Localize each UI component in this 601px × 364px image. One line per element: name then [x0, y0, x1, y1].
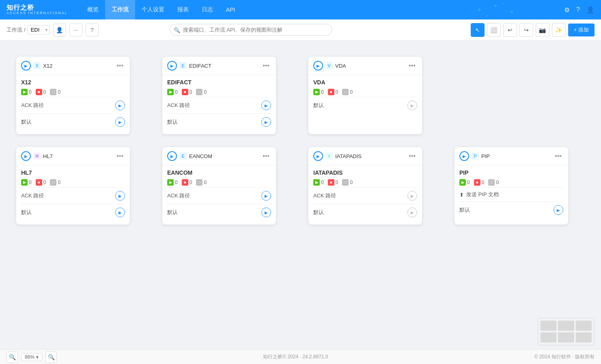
- card-edifact-default-row[interactable]: 默认 ▶: [167, 113, 271, 130]
- card-x12-menu[interactable]: •••: [115, 61, 125, 70]
- card-x12-trigger[interactable]: ▶: [21, 61, 31, 71]
- zoom-out-button[interactable]: 🔍: [6, 351, 18, 363]
- card-iatapadis-title: IATAPADIS: [335, 153, 405, 159]
- card-x12-ack-row[interactable]: ACK 路径 ▶: [21, 97, 125, 113]
- card-hl7-trigger[interactable]: ▶: [21, 151, 31, 161]
- card-pip-menu[interactable]: •••: [553, 152, 563, 161]
- toolbar: 工作流 / EDI 👤 ··· ? 🔍 ↖ ⬜ ↩ ↪ 📷 ✨ + 添加: [0, 19, 601, 41]
- send-pip-icon: ⬆: [459, 192, 464, 198]
- stat-gray-dot: □: [196, 89, 202, 95]
- breadcrumb-root[interactable]: 工作流: [6, 26, 22, 34]
- card-eancom-default-btn[interactable]: ▶: [261, 208, 271, 217]
- nav-item-api[interactable]: API: [220, 0, 242, 19]
- zoom-in-button[interactable]: 🔍: [45, 351, 57, 363]
- card-edifact-ack-row[interactable]: ACK 路径 ▶: [167, 97, 271, 113]
- nav-item-workflow[interactable]: 工作流: [105, 0, 135, 19]
- card-eancom-ack-btn[interactable]: ▶: [261, 191, 271, 201]
- card-x12-default-row[interactable]: 默认 ▶: [21, 113, 125, 130]
- card-hl7-ack-btn[interactable]: ▶: [115, 191, 125, 201]
- card-eancom-ack-row[interactable]: ACK 路径 ▶: [167, 187, 271, 204]
- card-iatapadis-name: IATAPADIS: [313, 169, 417, 176]
- nav-item-logs[interactable]: 日志: [195, 0, 220, 19]
- stat-green: ▶ 0: [459, 179, 470, 186]
- card-iatapadis-menu[interactable]: •••: [407, 152, 417, 161]
- card-hl7-menu[interactable]: •••: [115, 152, 125, 161]
- card-hl7-name: HL7: [21, 169, 125, 176]
- card-edifact-menu[interactable]: •••: [261, 61, 271, 70]
- bottom-left: 🔍 86% ▾ 🔍: [6, 351, 57, 363]
- stat-red: ■ 0: [36, 179, 46, 186]
- card-edifact-default-btn[interactable]: ▶: [261, 117, 271, 127]
- card-hl7-ack-row[interactable]: ACK 路径 ▶: [21, 187, 125, 204]
- card-vda: ▶ V VDA ••• VDA ▶ 0 ■ 0 □: [308, 57, 422, 134]
- nav-item-settings[interactable]: 个人设置: [135, 0, 171, 19]
- card-x12-body: X12 ▶ 0 ■ 0 □ 0 ACK 路径: [16, 75, 130, 134]
- card-iatapadis-ack-btn[interactable]: ▶: [407, 191, 417, 201]
- card-pip-stats: ▶ 0 ■ 0 □ 0: [459, 179, 563, 186]
- stat-green: ▶ 0: [167, 89, 178, 95]
- redo-button[interactable]: ↪: [519, 23, 533, 37]
- card-vda-header: ▶ V VDA •••: [308, 57, 422, 75]
- card-pip-trigger[interactable]: ▶: [459, 151, 469, 161]
- card-eancom-menu[interactable]: •••: [261, 152, 271, 161]
- camera-button[interactable]: 📷: [536, 23, 549, 37]
- card-eancom-trigger[interactable]: ▶: [167, 151, 177, 161]
- card-pip-header: ▶ P PIP •••: [455, 147, 568, 165]
- mini-map: [538, 318, 595, 345]
- search-input[interactable]: [170, 24, 332, 36]
- undo-button[interactable]: ↩: [503, 23, 517, 37]
- card-vda-stats: ▶ 0 ■ 0 □ 0: [313, 89, 417, 95]
- card-eancom-default-row[interactable]: 默认 ▶: [167, 204, 271, 221]
- card-pip-default-row[interactable]: 默认 ▶: [459, 201, 563, 218]
- card-edifact-trigger[interactable]: ▶: [167, 61, 177, 71]
- frame-tool-button[interactable]: ⬜: [487, 23, 501, 37]
- stat-gray-val: 0: [58, 89, 60, 95]
- add-button[interactable]: + 添加: [568, 24, 595, 36]
- card-edifact-ack-btn[interactable]: ▶: [261, 101, 271, 110]
- card-edifact-ack-label: ACK 路径: [167, 102, 190, 109]
- stat-red: ■ 0: [36, 89, 46, 95]
- card-x12: ▶ X X12 ••• X12 ▶ 0 ■ 0 □: [16, 57, 130, 134]
- card-vda-default-row[interactable]: 默认 ▶: [313, 97, 417, 113]
- card-hl7-default-btn[interactable]: ▶: [115, 208, 125, 217]
- card-x12-ack-btn[interactable]: ▶: [115, 101, 125, 110]
- card-iatapadis-icon: I: [325, 152, 333, 160]
- user-icon[interactable]: 👤: [586, 6, 595, 14]
- zoom-dropdown-icon: ▾: [36, 354, 39, 360]
- cursor-tool-button[interactable]: ↖: [471, 23, 485, 37]
- card-iatapadis-ack-row[interactable]: ACK 路径 ▶: [313, 187, 417, 204]
- settings-icon[interactable]: ⚙: [564, 6, 570, 14]
- stat-green-dot: ▶: [459, 179, 466, 186]
- nav-item-overview[interactable]: 概览: [81, 0, 105, 19]
- stat-red-val: 0: [43, 89, 46, 95]
- card-vda-default-btn[interactable]: ▶: [407, 101, 417, 110]
- stat-green-dot: ▶: [167, 89, 174, 95]
- card-vda-trigger[interactable]: ▶: [313, 61, 323, 71]
- more-button[interactable]: ···: [69, 24, 82, 36]
- magic-button[interactable]: ✨: [552, 23, 566, 37]
- card-iatapadis-default-btn[interactable]: ▶: [407, 208, 417, 217]
- card-iatapadis-trigger[interactable]: ▶: [313, 151, 323, 161]
- card-vda-title: VDA: [335, 63, 405, 69]
- card-edifact-title: EDIFACT: [189, 63, 258, 69]
- card-pip-send-row[interactable]: ⬆ 发送 PIP 文档: [459, 187, 563, 201]
- nav-item-reports[interactable]: 报表: [171, 0, 195, 19]
- user-button[interactable]: 👤: [53, 24, 66, 36]
- card-x12-default-btn[interactable]: ▶: [115, 117, 125, 127]
- stat-gray: □ 0: [50, 179, 60, 186]
- card-eancom-body: EANCOM ▶ 0 ■ 0 □ 0 ACK 路径: [162, 165, 276, 225]
- card-hl7-default-row[interactable]: 默认 ▶: [21, 204, 125, 221]
- stat-gray-val: 0: [58, 180, 60, 185]
- card-vda-menu[interactable]: •••: [407, 61, 417, 70]
- zoom-level-display[interactable]: 86% ▾: [21, 353, 42, 361]
- card-pip: ▶ P PIP ••• PIP ▶ 0 ■ 0 □: [455, 147, 568, 225]
- help-icon[interactable]: ?: [576, 6, 580, 13]
- mini-cell-6: [576, 332, 592, 343]
- question-button[interactable]: ?: [86, 24, 99, 36]
- card-pip-default-btn[interactable]: ▶: [554, 205, 563, 215]
- card-x12-name: X12: [21, 79, 125, 86]
- card-iatapadis-default-row[interactable]: 默认 ▶: [313, 204, 417, 221]
- breadcrumb-select[interactable]: EDI: [27, 25, 50, 34]
- stat-red: ■ 0: [182, 179, 192, 186]
- stat-green-val: 0: [175, 89, 178, 95]
